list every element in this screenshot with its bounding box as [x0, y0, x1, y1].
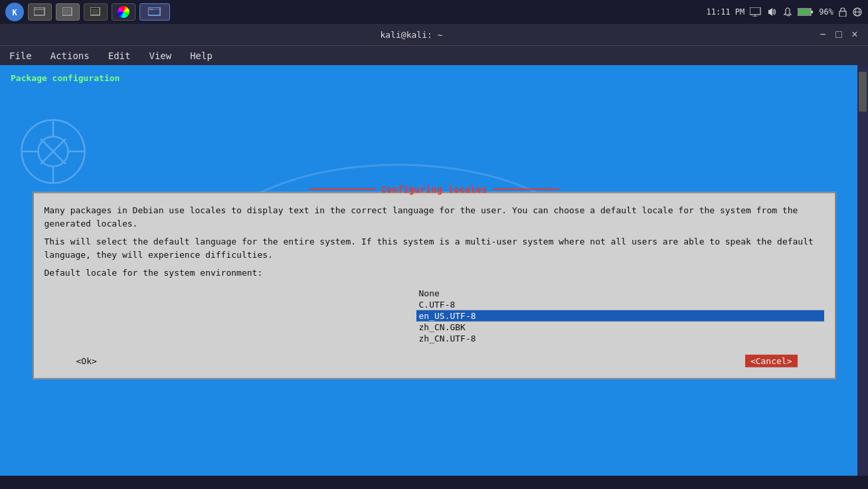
bottom-bar — [0, 476, 868, 489]
title-line-left — [309, 189, 375, 190]
terminal-title: kali@kali: ~ — [381, 30, 443, 40]
close-button[interactable]: × — [848, 28, 861, 41]
taskbar-btn-2[interactable] — [56, 3, 80, 21]
locale-enus-utf8[interactable]: en_US.UTF-8 — [416, 310, 824, 321]
maximize-button[interactable]: □ — [832, 28, 845, 41]
taskbar-left: K — [5, 3, 170, 21]
network-icon — [852, 7, 863, 17]
svg-rect-21 — [839, 11, 846, 17]
dialog-overlay: Configuring locales Many packages in Deb… — [33, 192, 836, 379]
battery-percent: 96% — [819, 7, 833, 17]
dialog-description-1: Many packages in Debian use locales to d… — [44, 204, 824, 230]
menu-file[interactable]: File — [5, 49, 36, 62]
dialog-body: Many packages in Debian use locales to d… — [44, 204, 824, 280]
locale-none[interactable]: None — [416, 287, 824, 298]
kali-app-icon[interactable]: K — [5, 3, 24, 21]
svg-rect-5 — [64, 9, 70, 14]
terminal-content: Package configuration Configuring locale… — [0, 65, 868, 476]
svg-rect-2 — [34, 7, 44, 15]
menu-actions[interactable]: Actions — [46, 49, 94, 62]
menu-edit[interactable]: Edit — [104, 49, 135, 62]
dialog-titlebar: Configuring locales — [309, 184, 559, 195]
svg-marker-16 — [768, 10, 770, 14]
taskbar-terminal-btn[interactable] — [139, 3, 170, 21]
svg-rect-13 — [750, 7, 760, 15]
dialog-description-2: This will select the default language fo… — [44, 235, 824, 261]
locale-zhcn-gbk[interactable]: zh_CN.GBK — [416, 321, 824, 332]
title-line-right — [493, 189, 559, 190]
svg-marker-17 — [770, 8, 772, 16]
svg-rect-20 — [811, 11, 813, 13]
terminal-titlebar: kali@kali: ~ − □ × — [0, 24, 868, 45]
terminal-window: kali@kali: ~ − □ × File Actions Edit Vie… — [0, 24, 868, 489]
monitor-icon — [750, 7, 762, 17]
speaker-icon — [767, 7, 778, 17]
dialog-description-3: Default locale for the system environmen… — [44, 266, 824, 280]
minimize-button[interactable]: − — [816, 28, 829, 41]
kali-watermark — [20, 118, 86, 185]
taskbar-btn-1[interactable] — [28, 3, 52, 21]
battery-icon — [798, 8, 814, 16]
taskbar-color-btn[interactable] — [112, 3, 135, 21]
menu-view[interactable]: View — [145, 49, 175, 62]
system-bar: K — [0, 0, 868, 24]
scrollbar[interactable] — [857, 65, 868, 476]
system-bar-right: 11:11 PM 96% — [707, 7, 863, 17]
terminal-background: Package configuration Configuring locale… — [0, 65, 868, 476]
clock: 11:11 PM — [707, 7, 745, 17]
pkg-config-label: Package configuration — [11, 73, 120, 83]
menu-help[interactable]: Help — [186, 49, 217, 62]
locale-zhcn-utf8[interactable]: zh_CN.UTF-8 — [416, 332, 824, 343]
notification-icon — [783, 7, 792, 17]
dialog-buttons: <Ok> <Cancel> — [44, 354, 824, 367]
svg-text:K: K — [12, 8, 17, 17]
locale-cutf8[interactable]: C.UTF-8 — [416, 298, 824, 310]
lock-icon — [839, 7, 847, 17]
configure-locales-dialog: Configuring locales Many packages in Deb… — [33, 192, 836, 379]
scrollbar-thumb[interactable] — [859, 72, 867, 112]
menu-bar: File Actions Edit View Help — [0, 45, 868, 65]
svg-rect-19 — [798, 9, 810, 15]
dialog-title: Configuring locales — [381, 184, 487, 195]
window-controls: − □ × — [816, 28, 861, 41]
cancel-button[interactable]: <Cancel> — [745, 354, 798, 367]
locale-list: None C.UTF-8 en_US.UTF-8 zh_CN.GBK zh_CN… — [416, 287, 824, 343]
svg-rect-10 — [148, 7, 160, 15]
ok-button[interactable]: <Ok> — [71, 354, 102, 367]
taskbar-btn-3[interactable] — [84, 3, 108, 21]
